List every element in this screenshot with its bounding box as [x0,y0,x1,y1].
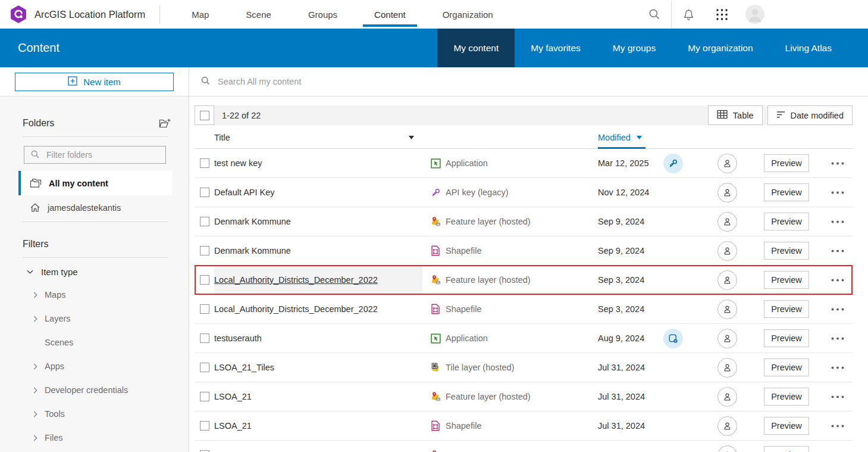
tab-living-atlas[interactable]: Living Atlas [769,29,848,67]
table-row[interactable]: Denmark Kommune Shapefile Sep 9, 2024 Pr… [195,236,853,266]
table-row[interactable]: Local_Authority_Districts_December_2022 … [195,295,853,324]
preview-button[interactable]: Preview [764,388,809,406]
row-checkbox[interactable] [200,275,209,285]
item-title[interactable]: Local_Authority_Districts_December_2022 [214,295,422,323]
table-row[interactable]: Denmark Kommune Feature layer (hosted) S… [195,207,853,236]
filter-folders-input[interactable] [45,149,159,160]
tab-my-content[interactable]: My content [437,29,515,67]
preview-button[interactable]: Preview [764,183,809,201]
filter-files[interactable]: Files [0,426,189,450]
filter-tools[interactable]: Tools [0,402,189,426]
folder-item-jamesdalestekantis[interactable]: jamesdalestekantis [18,195,173,220]
item-title[interactable]: Local_Authority_Districts_December_2022 [214,266,422,294]
more-options-icon[interactable] [822,425,853,428]
more-options-icon[interactable] [822,308,853,311]
folder-item-all-my-content[interactable]: All my content [18,171,173,195]
table-row[interactable]: testuserauth Application Aug 9, 2024 Pre… [195,324,853,353]
preview-button[interactable]: Preview [764,417,809,435]
owner-icon[interactable] [717,387,737,407]
filter-scenes[interactable]: Scenes [0,331,189,354]
table-row[interactable]: Local_Authority_Districts_December_2022 … [195,266,853,295]
filter-apps[interactable]: Apps [0,354,189,378]
filter-developer-credentials[interactable]: Developer credentials [0,378,189,402]
chevron-down-icon[interactable] [27,270,33,274]
item-title[interactable]: test new key [214,149,422,177]
owner-icon[interactable] [717,212,737,232]
tab-my-organization[interactable]: My organization [672,29,769,67]
filter-folders-field[interactable] [24,146,166,164]
item-title[interactable]: Default API Key [214,178,422,207]
preview-button[interactable]: Preview [764,329,809,347]
nav-item-map[interactable]: Map [180,0,220,29]
owner-icon[interactable] [717,154,737,173]
item-title[interactable]: LSOA_21 [214,382,422,411]
owner-icon[interactable] [717,300,737,319]
new-folder-icon[interactable] [159,118,171,129]
new-item-button[interactable]: New item [15,73,174,91]
row-checkbox[interactable] [200,421,209,431]
tab-my-favorites[interactable]: My favorites [515,29,597,67]
more-options-icon[interactable] [822,250,853,253]
filter-layers[interactable]: Layers [0,307,189,331]
item-title[interactable]: Denmark Kommune [214,207,422,236]
preview-button[interactable]: Preview [764,359,809,376]
owner-icon[interactable] [717,358,737,378]
owner-icon[interactable] [717,270,737,290]
chevron-right-icon[interactable] [33,292,37,298]
owner-icon[interactable] [717,329,737,348]
nav-item-scene[interactable]: Scene [234,0,283,29]
row-checkbox[interactable] [200,246,209,255]
table-row[interactable]: Default API Key API key (legacy) Nov 12,… [195,178,853,207]
nav-item-groups[interactable]: Groups [297,0,349,29]
chevron-right-icon[interactable] [33,387,37,394]
caret-down-icon[interactable] [409,136,414,139]
row-checkbox[interactable] [200,217,209,226]
table-view-button[interactable]: Table [708,105,763,125]
app-launcher-icon[interactable] [705,9,738,20]
preview-button[interactable]: Preview [764,154,809,172]
search-icon[interactable] [638,8,671,21]
table-row[interactable]: LSOA_21 Shapefile Jul 31, 2024 Preview [195,412,853,441]
preview-button[interactable]: Preview [764,213,809,230]
notifications-bell-icon[interactable] [672,8,705,21]
row-checkbox[interactable] [200,188,209,197]
select-all-checkbox[interactable] [195,105,214,125]
item-title[interactable]: testuserauth [214,324,422,353]
chevron-right-icon[interactable] [33,435,37,441]
nav-item-content[interactable]: Content [363,0,417,29]
item-title[interactable]: Denmark Kommune [214,236,422,265]
more-options-icon[interactable] [822,279,853,282]
preview-button[interactable]: Preview [764,446,809,452]
more-options-icon[interactable] [822,366,853,369]
sort-button[interactable]: Date modified [767,105,853,125]
row-checkbox[interactable] [200,392,209,401]
preview-button[interactable]: Preview [764,271,809,289]
column-modified[interactable]: Modified [598,126,663,148]
column-title[interactable]: Title [214,133,422,142]
avatar[interactable] [738,5,772,24]
content-search-input[interactable] [217,76,868,87]
item-title[interactable]: LSOA_21_Tiles [214,353,422,382]
table-row[interactable]: Preview [195,441,853,452]
row-checkbox[interactable] [200,333,209,343]
preview-button[interactable]: Preview [764,242,809,260]
more-options-icon[interactable] [822,220,853,223]
filter-item-type[interactable]: Item type [0,260,189,283]
nav-item-organization[interactable]: Organization [431,0,504,29]
owner-icon[interactable] [717,416,737,436]
chevron-right-icon[interactable] [33,316,37,322]
chevron-right-icon[interactable] [33,363,37,370]
table-row[interactable]: LSOA_21 Feature layer (hosted) Jul 31, 2… [195,382,853,412]
more-options-icon[interactable] [822,162,853,165]
row-checkbox[interactable] [200,304,209,314]
owner-icon[interactable] [717,183,737,202]
checkbox[interactable] [200,111,209,120]
more-options-icon[interactable] [822,191,853,194]
item-title[interactable] [214,441,422,452]
preview-button[interactable]: Preview [764,300,809,318]
owner-icon[interactable] [717,241,737,261]
chevron-right-icon[interactable] [33,411,37,417]
tab-my-groups[interactable]: My groups [597,29,672,67]
item-title[interactable]: LSOA_21 [214,412,422,440]
owner-icon[interactable] [717,445,737,452]
